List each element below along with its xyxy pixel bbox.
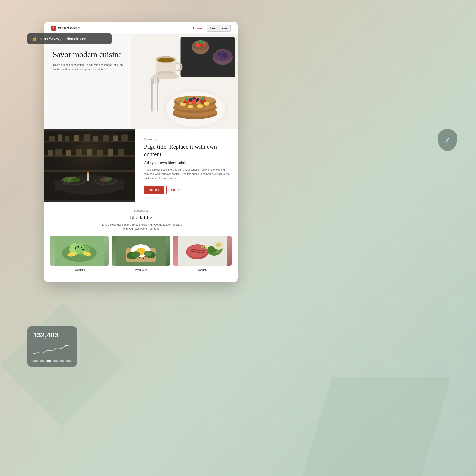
block-superscript: Superscript: [50, 209, 232, 212]
svg-rect-33: [157, 82, 158, 112]
section-subtitle: Add your own block subtitle: [144, 161, 230, 165]
section-title: Page title. Replace it with own content: [144, 143, 230, 158]
stats-widget: 132,403: [27, 326, 77, 367]
button-2[interactable]: Button 2: [166, 186, 187, 194]
block-section: Superscript Block title This is a block …: [44, 202, 238, 279]
stats-chart: [33, 342, 71, 357]
browser-window: B WERSPORT Home Learn more Savor modern …: [44, 22, 238, 282]
check-icon: ✓: [444, 135, 451, 145]
svg-point-52: [202, 97, 204, 100]
product-image-2: [112, 236, 170, 266]
nav-bar: B WERSPORT Home Learn more: [44, 22, 238, 35]
product-image-3: [173, 236, 232, 266]
svg-point-121: [201, 246, 204, 248]
svg-point-0: [65, 345, 67, 347]
hero-image: [131, 35, 238, 129]
svg-rect-31: [153, 78, 154, 84]
section-description: This is a block descripton. To edit this…: [144, 168, 230, 180]
svg-point-97: [75, 247, 76, 249]
svg-rect-28: [151, 82, 153, 112]
hero-title: Savor modern cuisine: [53, 50, 124, 59]
nav-links: Home Learn more: [193, 25, 231, 32]
svg-rect-30: [150, 78, 150, 84]
hero-content: Savor modern cuisine This is a block des…: [44, 35, 131, 129]
svg-rect-91: [44, 131, 135, 200]
svg-point-123: [204, 245, 205, 246]
url-bar: 🔒 https://www.yourdomain.com: [27, 33, 112, 44]
stats-dot: [33, 360, 38, 362]
svg-point-112: [143, 258, 144, 259]
product-card-3: Product 3: [173, 236, 232, 272]
product-card-1: Product 1: [50, 236, 109, 272]
product-card-2: Product 2: [112, 236, 170, 272]
nav-home-link[interactable]: Home: [193, 26, 202, 30]
svg-rect-29: [151, 78, 153, 84]
svg-point-27: [152, 73, 179, 79]
svg-point-21: [223, 55, 227, 58]
brand-name: WERSPORT: [58, 26, 81, 30]
button-group: Button 1 Button 2: [144, 186, 230, 194]
stats-number: 132,403: [33, 331, 71, 339]
product-image-1: [50, 236, 109, 266]
svg-point-26: [157, 58, 174, 62]
products-grid: Product 1: [50, 236, 232, 272]
bg-shape-right: [302, 377, 451, 476]
svg-rect-32: [155, 78, 156, 84]
nav-logo: B WERSPORT: [51, 26, 81, 31]
svg-point-98: [77, 246, 79, 248]
button-1[interactable]: Button 1: [144, 186, 164, 194]
security-badge: ✓: [438, 129, 457, 151]
svg-point-125: [195, 254, 196, 255]
logo-letter: B: [53, 27, 55, 30]
restaurant-illustration: [44, 129, 135, 202]
product-1-label: Product 1: [73, 268, 85, 271]
block-section-header: Superscript Block title This is a block …: [50, 209, 232, 231]
stats-dot: [53, 360, 58, 362]
svg-point-117: [187, 245, 207, 257]
block-description: This is a block description. To edit, cl…: [99, 223, 183, 231]
learn-more-button[interactable]: Learn more: [207, 25, 231, 32]
hero-description: This is a block description. To edit thi…: [53, 63, 124, 72]
second-content: Superscript Page title. Replace it with …: [135, 129, 238, 202]
svg-point-54: [204, 102, 209, 106]
svg-point-122: [205, 247, 207, 249]
logo-icon: B: [51, 26, 56, 31]
hero-section: Savor modern cuisine This is a block des…: [44, 35, 238, 129]
svg-point-114: [145, 256, 146, 257]
svg-point-113: [137, 259, 138, 260]
product-2-label: Product 2: [135, 268, 147, 271]
svg-rect-34: [157, 78, 158, 83]
lock-icon: 🔒: [32, 36, 37, 41]
stats-dot: [60, 360, 64, 362]
svg-point-108: [131, 251, 140, 257]
restaurant-image-container: [44, 129, 135, 202]
stats-dot: [66, 360, 71, 362]
svg-point-99: [81, 247, 82, 248]
svg-point-56: [197, 104, 203, 108]
stats-dot: [40, 360, 45, 362]
svg-point-110: [144, 251, 152, 256]
food-illustration: [131, 35, 238, 129]
svg-point-8: [197, 44, 200, 47]
svg-point-124: [193, 253, 194, 254]
svg-point-127: [216, 243, 221, 247]
stats-dots: [33, 360, 71, 362]
svg-point-51: [185, 97, 188, 101]
second-section: Superscript Page title. Replace it with …: [44, 129, 238, 202]
stats-dot-active: [46, 360, 51, 362]
product-3-label: Product 3: [196, 268, 208, 271]
block-title: Block title: [50, 214, 232, 221]
url-text: https://www.yourdomain.com: [40, 37, 87, 41]
svg-point-100: [82, 249, 84, 250]
svg-point-20: [221, 56, 224, 59]
svg-point-55: [188, 105, 193, 108]
superscript-label: Superscript: [144, 138, 230, 141]
svg-point-111: [139, 257, 140, 258]
